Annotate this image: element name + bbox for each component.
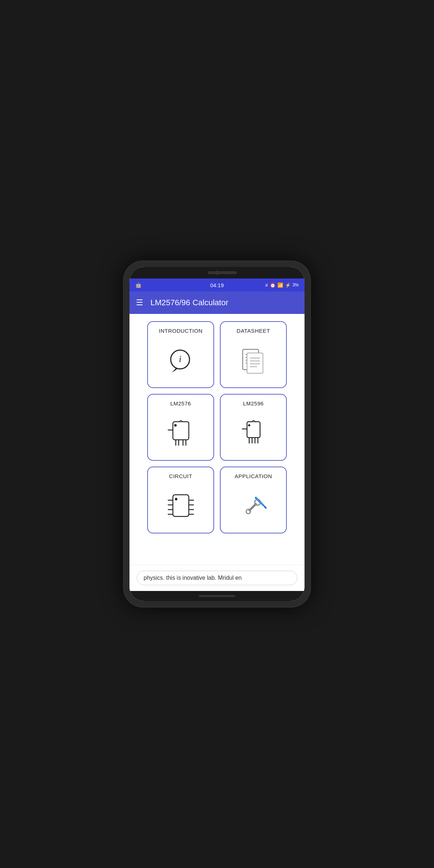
- card-row-2: LM2576: [140, 394, 294, 461]
- svg-rect-7: [247, 353, 263, 373]
- alarm-icon: ⏰: [270, 282, 276, 288]
- app-bar: ☰ LM2576/96 Calculator: [129, 292, 305, 314]
- camera: [215, 271, 219, 275]
- lm2596-card[interactable]: LM2596: [220, 394, 287, 461]
- application-card[interactable]: APPLICATION: [220, 467, 287, 533]
- phone-bottom-bezel: [129, 591, 305, 601]
- datasheet-label: DATASHEET: [237, 328, 270, 334]
- svg-point-20: [248, 424, 250, 426]
- circuit-icon: [166, 484, 195, 529]
- signal-icon: 📶: [277, 282, 283, 288]
- battery-percent: 3%: [293, 282, 299, 288]
- svg-rect-19: [247, 422, 260, 438]
- introduction-card[interactable]: INTRODUCTION i: [147, 321, 214, 388]
- lm2596-icon: [239, 411, 268, 456]
- introduction-label: INTRODUCTION: [159, 328, 203, 334]
- datasheet-icon: [239, 338, 268, 384]
- svg-point-27: [175, 498, 177, 500]
- circuit-label: CIRCUIT: [169, 473, 192, 479]
- main-content: INTRODUCTION i DATASHEET: [129, 314, 305, 565]
- card-row-3: CIRCUIT: [140, 467, 294, 533]
- lm2596-label: LM2596: [243, 400, 264, 407]
- phone-frame: 🤖 04:19 # ⏰ 📶 ⚡ 3% ☰ LM2576/96 Calculato…: [123, 260, 311, 608]
- android-icon: 🤖: [135, 282, 141, 288]
- phone-screen: 🤖 04:19 # ⏰ 📶 ⚡ 3% ☰ LM2576/96 Calculato…: [129, 267, 305, 601]
- bottom-speaker: [199, 595, 235, 597]
- svg-rect-40: [248, 503, 257, 512]
- hash-icon: #: [265, 282, 268, 288]
- battery-icon: ⚡: [285, 282, 291, 288]
- status-bar: 🤖 04:19 # ⏰ 📶 ⚡ 3%: [129, 278, 305, 292]
- svg-text:i: i: [179, 354, 181, 364]
- status-right: # ⏰ 📶 ⚡ 3%: [265, 282, 299, 288]
- lm2576-icon: [166, 411, 195, 456]
- circuit-card[interactable]: CIRCUIT: [147, 467, 214, 533]
- svg-rect-26: [173, 495, 189, 516]
- lm2576-card[interactable]: LM2576: [147, 394, 214, 461]
- application-icon: [239, 484, 268, 529]
- hamburger-menu-button[interactable]: ☰: [136, 298, 143, 307]
- app-title: LM2576/96 Calculator: [150, 298, 228, 307]
- status-time: 04:19: [210, 282, 224, 288]
- top-speaker: [208, 271, 237, 274]
- phone-top-bezel: [129, 267, 305, 278]
- application-label: APPLICATION: [235, 473, 272, 479]
- introduction-icon: i: [166, 338, 195, 384]
- lm2576-label: LM2576: [170, 400, 191, 407]
- status-left: 🤖: [135, 282, 141, 288]
- bottom-bar: physics. this is inovative lab. Mridul e…: [129, 565, 305, 591]
- datasheet-card[interactable]: DATASHEET: [220, 321, 287, 388]
- scroll-text-container: physics. this is inovative lab. Mridul e…: [137, 571, 297, 585]
- svg-point-13: [174, 424, 176, 427]
- card-row-1: INTRODUCTION i DATASHEET: [140, 321, 294, 388]
- scrolling-text: physics. this is inovative lab. Mridul e…: [144, 575, 242, 581]
